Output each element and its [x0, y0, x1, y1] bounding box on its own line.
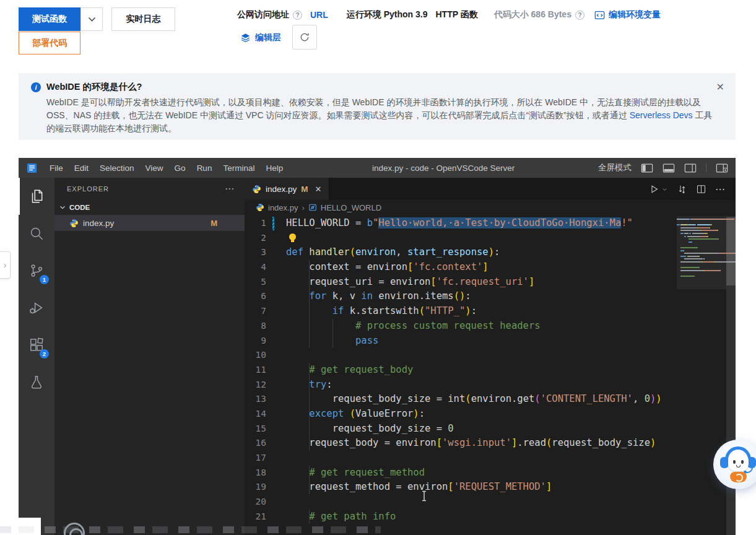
minimap-line	[677, 224, 725, 225]
refresh-icon	[299, 32, 310, 43]
code-line-19[interactable]: 19 request_method = environ['REQUEST_MET…	[245, 480, 736, 495]
split-editor-icon[interactable]	[696, 184, 706, 194]
edit-env-vars-link[interactable]: 编辑环境变量	[609, 9, 661, 20]
minimap-line	[677, 238, 725, 240]
menu-file[interactable]: File	[44, 163, 69, 173]
breadcrumb-file[interactable]: index.py	[268, 203, 298, 212]
help-icon[interactable]: ?	[293, 11, 302, 20]
code-line-7[interactable]: 7 if k.startswith("HTTP_"):	[245, 304, 736, 319]
customize-layout-icon[interactable]	[716, 163, 728, 173]
symbol-variable-icon	[308, 203, 317, 212]
microphone-icon	[746, 468, 753, 473]
realtime-logs-button[interactable]: 实时日志	[111, 7, 175, 31]
extensions-activity-icon[interactable]: 2	[19, 326, 54, 363]
code-line-8[interactable]: 8 # process custom request headers	[245, 319, 736, 334]
more-actions-icon[interactable]: ⋯	[715, 183, 726, 195]
search-activity-icon[interactable]	[19, 215, 54, 252]
code-line-12[interactable]: 12 try:	[245, 378, 736, 393]
code-line-9[interactable]: 9 pass	[245, 334, 736, 349]
chevron-down-icon	[661, 186, 668, 193]
play-icon	[649, 184, 659, 194]
refresh-button[interactable]	[292, 25, 317, 50]
toggle-panel-icon[interactable]	[663, 163, 675, 173]
minimap-line	[677, 247, 725, 248]
test-function-dropdown[interactable]	[80, 7, 103, 31]
menu-view[interactable]: View	[140, 163, 169, 173]
runtime-label: 运行环境 Python 3.9	[347, 9, 428, 20]
menu-edit[interactable]: Edit	[69, 163, 94, 173]
code-line-14[interactable]: 14 except (ValueError):	[245, 407, 736, 422]
code-line-3[interactable]: 3def handler(environ, start_response):	[245, 245, 736, 260]
code-line-2[interactable]: 2	[245, 231, 736, 246]
code-lines: 1HELLO_WORLD = b"Hello·world,·a·Test·by·…	[245, 216, 736, 524]
fullscreen-toggle[interactable]: 全屏模式	[598, 162, 632, 173]
layers-icon	[240, 33, 251, 43]
code-line-11[interactable]: 11 # get request_body	[245, 363, 736, 378]
tab-indexpy[interactable]: index.py M ✕	[245, 178, 329, 200]
toggle-secondary-sidebar-icon[interactable]	[684, 163, 697, 173]
code-line-6[interactable]: 6 for k, v in environ.items():	[245, 289, 736, 304]
menu-run[interactable]: Run	[191, 163, 218, 173]
deploy-code-button[interactable]: 部署代码	[19, 32, 80, 54]
vscode-logo-icon	[26, 162, 38, 174]
code-line-1[interactable]: 1HELLO_WORLD = b"Hello·world,·a·Test·by·…	[245, 216, 736, 231]
code-size-label: 代码大小 686 Bytes	[494, 9, 571, 20]
page: 测试函数 实时日志 部署代码 公网访问地址 ? URL 运行环境 Python …	[0, 0, 756, 535]
code-line-10[interactable]: 10	[245, 348, 736, 363]
scrollbar-thumb[interactable]	[726, 217, 736, 285]
code-line-5[interactable]: 5 request_uri = environ['fc.request_uri'…	[245, 275, 736, 290]
line-number: 18	[245, 466, 266, 481]
banner-title: WebIDE 的环境是什么?	[46, 81, 142, 93]
code-line-15[interactable]: 15 request_body_size = 0	[245, 422, 736, 437]
minimap-line	[677, 270, 725, 271]
toggle-sidebar-icon[interactable]	[641, 163, 653, 173]
layers-row: 编辑层	[240, 32, 281, 43]
testing-activity-icon[interactable]	[19, 363, 54, 401]
close-icon[interactable]: ✕	[716, 81, 724, 93]
minimap-line	[677, 219, 725, 220]
editor-group: index.py M ✕ ⋯	[245, 178, 736, 535]
menu-selection[interactable]: Selection	[94, 163, 140, 173]
chevron-right-icon: ›	[302, 203, 304, 212]
breadcrumb-symbol[interactable]: HELLO_WORLD	[321, 203, 381, 212]
vscode-window: FileEditSelectionViewGoRunTerminalHelp i…	[19, 158, 736, 535]
edit-layers-link[interactable]: 编辑层	[255, 32, 281, 43]
code-line-13[interactable]: 13 request_body_size = int(environ.get('…	[245, 392, 736, 407]
divider	[706, 163, 706, 172]
minimap[interactable]	[677, 219, 725, 278]
help-icon[interactable]: ?	[575, 11, 584, 20]
code-editor[interactable]: 1HELLO_WORLD = b"Hello·world,·a·Test·by·…	[245, 216, 736, 535]
file-item-indexpy[interactable]: index.py M	[54, 215, 245, 231]
menu-bar: FileEditSelectionViewGoRunTerminalHelp	[44, 163, 289, 173]
menu-go[interactable]: Go	[169, 163, 191, 173]
scm-badge: 1	[40, 275, 49, 284]
menu-help[interactable]: Help	[260, 163, 289, 173]
explorer-activity-icon[interactable]	[19, 178, 54, 215]
line-number: 20	[245, 495, 266, 510]
menu-terminal[interactable]: Terminal	[217, 163, 260, 173]
chevron-down-icon	[88, 17, 96, 22]
minimap-line	[677, 276, 725, 277]
code-line-18[interactable]: 18 # get request_method	[245, 466, 736, 481]
code-line-17[interactable]: 17	[245, 451, 736, 466]
more-actions-icon[interactable]: ⋯	[225, 183, 235, 194]
code-line-21[interactable]: 21 # get path info	[245, 510, 736, 524]
workspace-section-code[interactable]: CODE	[54, 200, 245, 215]
run-python-file-button[interactable]	[649, 184, 668, 194]
panel-expander-handle[interactable]: ›	[0, 251, 11, 279]
open-changes-icon[interactable]	[677, 184, 687, 194]
line-number: 14	[245, 407, 266, 422]
line-number: 9	[245, 334, 266, 349]
serverless-devs-link[interactable]: Serverless Devs	[630, 110, 693, 120]
source-control-activity-icon[interactable]: 1	[19, 252, 54, 289]
code-line-20[interactable]: 20	[245, 495, 736, 510]
code-line-4[interactable]: 4 context = environ['fc.context']	[245, 260, 736, 275]
file-name: index.py	[83, 219, 114, 228]
close-tab-icon[interactable]: ✕	[315, 185, 322, 194]
code-line-16[interactable]: 16 request_body = environ['wsgi.input'].…	[245, 436, 736, 451]
explorer-title: EXPLORER	[67, 185, 109, 193]
run-debug-activity-icon[interactable]	[19, 289, 54, 326]
cutoff-text-artifact	[0, 526, 381, 533]
test-function-button[interactable]: 测试函数	[19, 7, 80, 31]
url-link[interactable]: URL	[310, 10, 328, 20]
